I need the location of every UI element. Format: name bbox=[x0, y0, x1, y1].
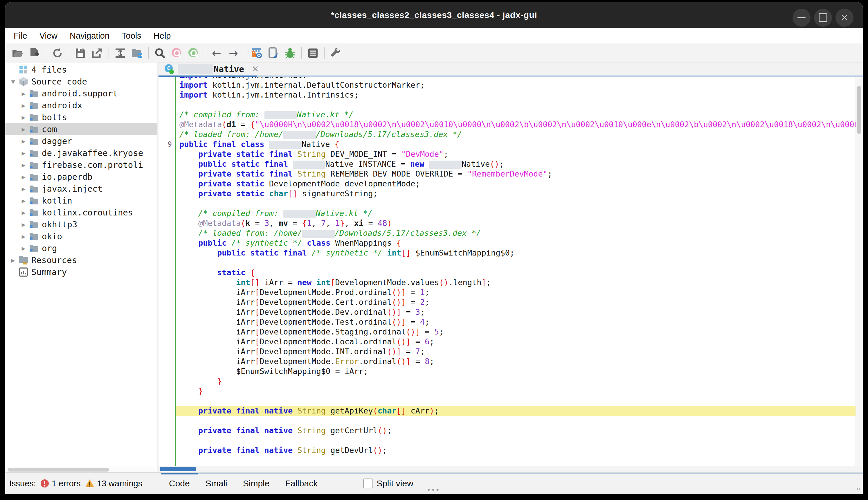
code-line[interactable]: iArr[DevelopmentMode.Cert.ordinal()] = 2… bbox=[159, 297, 863, 307]
chevron-right-icon[interactable]: ▸ bbox=[19, 89, 28, 98]
code-line[interactable]: private final native String getDevUrl(); bbox=[159, 445, 863, 455]
code-line[interactable]: 9public final class Native { bbox=[159, 139, 863, 149]
code-line[interactable]: private static final String REMEMBER_DEV… bbox=[159, 169, 863, 179]
code-line[interactable]: import kotlin.jvm.internal.DefaultConstr… bbox=[159, 80, 863, 90]
editor-vertical-scrollbar[interactable] bbox=[856, 77, 863, 466]
code-line[interactable]: public static final Native INSTANCE = ne… bbox=[159, 159, 863, 169]
statusbar-drag-handle[interactable]: ••• bbox=[427, 485, 441, 494]
chevron-right-icon[interactable]: ▸ bbox=[19, 172, 28, 181]
debugger-button[interactable] bbox=[283, 46, 298, 61]
tree-item-io-paperdb[interactable]: ▸io.paperdb bbox=[5, 171, 157, 183]
menu-file[interactable]: File bbox=[8, 28, 33, 44]
code-line[interactable]: /* loaded from: /home//Downloads/5.17/cl… bbox=[159, 129, 863, 139]
tree-item-javax-inject[interactable]: ▸javax.inject bbox=[5, 183, 157, 195]
tree-item-dagger[interactable]: ▸dagger bbox=[5, 135, 157, 147]
tree-item-summary[interactable]: Summary bbox=[5, 266, 157, 278]
code-line[interactable]: iArr[DevelopmentMode.Test.ordinal()] = 4… bbox=[159, 317, 863, 327]
tree-item-androidx[interactable]: ▸androidx bbox=[5, 99, 157, 111]
menu-tools[interactable]: Tools bbox=[116, 28, 148, 44]
chevron-right-icon[interactable]: ▸ bbox=[19, 101, 28, 110]
code-line[interactable] bbox=[159, 100, 863, 110]
reload-button[interactable] bbox=[50, 46, 65, 61]
tree-item-org[interactable]: ▸org bbox=[5, 242, 157, 254]
view-tab-smali[interactable]: Smali bbox=[198, 473, 235, 494]
fit-view-button[interactable] bbox=[113, 46, 128, 61]
code-line-highlighted[interactable]: private final native String getApiKey(ch… bbox=[159, 406, 863, 416]
tree-scroll-thumb[interactable] bbox=[8, 468, 109, 471]
code-line[interactable]: private static final String DEV_MODE_INT… bbox=[159, 149, 863, 159]
deobfuscation-button[interactable] bbox=[249, 46, 264, 61]
code-line[interactable]: iArr[DevelopmentMode.Dev.ordinal()] = 3; bbox=[159, 307, 863, 317]
text-search-button[interactable] bbox=[169, 46, 184, 61]
split-view-checkbox[interactable] bbox=[363, 478, 373, 488]
code-line[interactable]: $EnumSwitchMapping$0 = iArr; bbox=[159, 366, 863, 376]
chevron-right-icon[interactable]: ▸ bbox=[19, 196, 28, 205]
title-bar[interactable]: *classes_classes2_classes3_classes4 - ja… bbox=[5, 2, 863, 28]
code-line[interactable]: import kotlin.jvm.internal.Intrinsics; bbox=[159, 90, 863, 100]
tree-item-source-code[interactable]: ▾Source code bbox=[5, 76, 157, 88]
tree-item-kotlinx-coroutines[interactable]: ▸kotlinx.coroutines bbox=[5, 206, 157, 218]
code-line[interactable] bbox=[159, 258, 863, 268]
code-line[interactable]: private static DevelopmentMode developme… bbox=[159, 179, 863, 189]
code-line[interactable]: /* compiled from: Native.kt */ bbox=[159, 110, 863, 120]
class-search-button[interactable] bbox=[186, 46, 201, 61]
code-line[interactable]: } bbox=[159, 376, 863, 386]
code-line[interactable]: iArr[DevelopmentMode.Staging.ordinal()] … bbox=[159, 327, 863, 337]
back-button[interactable]: ← bbox=[209, 46, 224, 61]
tree-item-de-javakaffee-kryose[interactable]: ▸de.javakaffee.kryose bbox=[5, 147, 157, 159]
editor-horizontal-scrollbar[interactable] bbox=[159, 466, 863, 473]
open-files-button[interactable] bbox=[10, 46, 25, 61]
code-line[interactable] bbox=[159, 455, 863, 465]
tree-item-okhttp3[interactable]: ▸okhttp3 bbox=[5, 218, 157, 230]
tree-horizontal-scrollbar[interactable] bbox=[5, 467, 157, 473]
rename-button[interactable] bbox=[266, 46, 281, 61]
menu-help[interactable]: Help bbox=[148, 28, 177, 44]
code-line[interactable] bbox=[159, 416, 863, 426]
chevron-down-icon[interactable]: ▾ bbox=[8, 77, 18, 86]
chevron-right-icon[interactable]: ▸ bbox=[19, 244, 28, 253]
code-line[interactable]: iArr[DevelopmentMode.INT.ordinal()] = 7; bbox=[159, 347, 863, 356]
forward-button[interactable]: → bbox=[226, 46, 241, 61]
code-line[interactable]: iArr[DevelopmentMode.Local.ordinal()] = … bbox=[159, 337, 863, 347]
tree-item-kotlin[interactable]: ▸kotlin bbox=[5, 195, 157, 206]
code-editor[interactable]: import kotlin.jvm.internal.import kotlin… bbox=[159, 77, 863, 466]
tree-item-com[interactable]: ▸com bbox=[5, 123, 157, 135]
menu-view[interactable]: View bbox=[33, 28, 64, 44]
log-viewer-button[interactable] bbox=[305, 46, 320, 61]
chevron-right-icon[interactable]: ▸ bbox=[19, 113, 28, 122]
chevron-right-icon[interactable]: ▸ bbox=[19, 220, 28, 229]
code-line[interactable] bbox=[159, 198, 863, 208]
tab-native[interactable]: C Native ✕ bbox=[159, 62, 264, 76]
export-button[interactable] bbox=[90, 46, 105, 61]
code-line[interactable]: public /* synthetic */ class WhenMapping… bbox=[159, 238, 863, 248]
view-tab-fallback[interactable]: Fallback bbox=[277, 473, 326, 494]
maximize-button[interactable] bbox=[814, 9, 832, 27]
search-button[interactable] bbox=[152, 46, 168, 61]
editor-hscroll-thumb[interactable] bbox=[160, 467, 196, 471]
split-view-toggle[interactable]: Split view bbox=[363, 478, 413, 488]
menu-navigation[interactable]: Navigation bbox=[64, 28, 116, 44]
resize-grip[interactable]: •• bbox=[856, 486, 860, 492]
code-line[interactable]: /* loaded from: /home//Downloads/5.17/cl… bbox=[159, 228, 863, 238]
tree-item-resources[interactable]: ▸Resources bbox=[5, 254, 157, 266]
code-line[interactable]: /* compiled from: Native.kt */ bbox=[159, 208, 863, 218]
tree-item-firebase-com-protoli[interactable]: ▸firebase.com.protoli bbox=[5, 159, 157, 171]
preferences-button[interactable] bbox=[328, 46, 343, 61]
code-line[interactable]: private static char[] signatureString; bbox=[159, 189, 863, 198]
add-files-button[interactable] bbox=[27, 46, 42, 61]
tree-item-android-support[interactable]: ▸android.support bbox=[5, 88, 157, 99]
save-all-button[interactable] bbox=[73, 46, 88, 61]
view-tab-code[interactable]: Code bbox=[161, 473, 198, 494]
chevron-right-icon[interactable]: ▸ bbox=[19, 137, 28, 146]
editor-vscroll-thumb[interactable] bbox=[857, 86, 861, 134]
chevron-right-icon[interactable]: ▸ bbox=[19, 125, 28, 134]
tree-item-4-files[interactable]: 4 files bbox=[5, 64, 157, 76]
code-line[interactable]: iArr[DevelopmentMode.Error.ordinal()] = … bbox=[159, 356, 863, 366]
code-line[interactable]: @Metadata(d1 = {"\u0000H\n\u0002\u0018\u… bbox=[159, 120, 863, 129]
chevron-right-icon[interactable]: ▸ bbox=[19, 184, 28, 193]
sync-folder-button[interactable] bbox=[129, 46, 145, 61]
minimize-button[interactable] bbox=[792, 9, 811, 27]
code-line[interactable] bbox=[159, 396, 863, 406]
chevron-right-icon[interactable]: ▸ bbox=[19, 161, 28, 169]
code-line[interactable]: static { bbox=[159, 268, 863, 277]
